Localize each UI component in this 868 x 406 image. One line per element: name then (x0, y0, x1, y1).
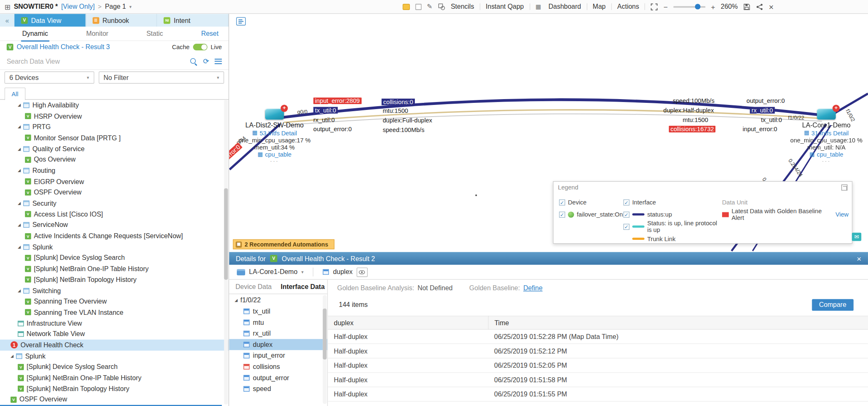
cache-live-toggle[interactable] (193, 44, 208, 50)
subtab-dynamic[interactable]: Dynamic (22, 30, 48, 37)
zoom-in-button[interactable]: + (711, 2, 715, 11)
compare-button[interactable]: Compare (812, 299, 853, 311)
expander-icon[interactable]: ◢ (18, 168, 21, 173)
tree-item[interactable]: ◢Quality of Service (0, 143, 228, 154)
tree-item[interactable]: VSpanning Tree Overview (0, 296, 228, 307)
tree-item[interactable]: V[Splunk] NetBrain One-IP Table History (0, 263, 228, 274)
cpu-table-link[interactable]: ▦cpu_table (258, 151, 291, 158)
scrollbar-thumb[interactable] (224, 188, 228, 279)
checkbox-device[interactable]: ✓ (559, 199, 565, 205)
tree-item[interactable]: VActive Incidents & Change Requests [Ser… (0, 231, 228, 242)
fit-screen-icon[interactable] (651, 3, 658, 10)
device-node-la-core1[interactable]: + LA-Core1-Demo ▦31 Intfs Detail one_min… (779, 109, 868, 164)
tree-item[interactable]: V[Splunk] Device Syslog Search (0, 252, 228, 263)
tree-item[interactable]: VHSRP Overview (0, 111, 228, 122)
tree-item[interactable]: ◢Splunk (0, 242, 228, 252)
link-data-label[interactable]: output_error:0 (747, 97, 785, 104)
interface-group-row[interactable]: ◢ f1/0/22 (229, 294, 327, 306)
checkbox-failover[interactable]: ✓ (559, 212, 565, 218)
metric-item[interactable]: collisions (229, 361, 327, 372)
tree-item[interactable]: V[Splunk] NetBrain One-IP Table History (0, 372, 228, 383)
envelope-icon[interactable]: ✉ (852, 233, 861, 241)
link-data-label[interactable]: tx_util:0 (761, 116, 782, 123)
zoom-out-button[interactable]: − (663, 2, 667, 11)
tree-item[interactable]: VOSPF Overview (0, 187, 228, 198)
result-title[interactable]: Overall Health Check - Result 3 (17, 43, 110, 51)
link-data-label[interactable]: mtu:1500 (683, 116, 708, 123)
tab-data-view[interactable]: VData View (15, 14, 86, 27)
tab-runbook[interactable]: ≣Runbook (86, 14, 157, 27)
scrollbar-thumb[interactable] (323, 309, 326, 359)
device-name[interactable]: LA-Core1-Demo (802, 121, 850, 129)
table-row[interactable]: Half-duplex06/25/2019 01:51:58 PM (328, 373, 868, 387)
window-expand-icon[interactable]: ⊞ (5, 3, 11, 10)
expander-icon[interactable]: ◢ (18, 103, 21, 107)
tree-item[interactable]: V[Splunk] NetBrain Topology History (0, 383, 228, 394)
tree-item[interactable]: VSpanning Tree VLAN Instance (0, 307, 228, 318)
menu-map[interactable]: Map (593, 3, 606, 11)
checkbox-checked-icon[interactable]: ✓ (623, 212, 630, 218)
save-icon[interactable] (743, 3, 750, 10)
tree-item[interactable]: ◢High Availability (0, 100, 228, 110)
expander-icon[interactable]: ◢ (10, 354, 13, 359)
column-header-duplex[interactable]: duplex (328, 316, 488, 329)
sidebar-scrollbar[interactable] (224, 100, 228, 404)
expander-icon[interactable]: ◢ (235, 298, 238, 302)
cpu-table-link[interactable]: ▦cpu_table (809, 151, 843, 158)
checkbox-interface[interactable]: ✓ (623, 199, 630, 205)
status-up-link-line[interactable] (282, 100, 823, 117)
tree-item[interactable]: VEIGRP Overview (0, 176, 228, 187)
shape-icon[interactable] (415, 4, 421, 10)
stencil-shapes-icon[interactable] (438, 3, 445, 10)
link-data-label[interactable]: rx_util:0 (750, 107, 775, 114)
link-data-label[interactable]: duplex:Half-duplex (663, 107, 714, 114)
tree-item[interactable]: V[Splunk] NetBrain Topology History (0, 274, 228, 285)
metrics-scrollbar[interactable] (323, 295, 326, 404)
tab-interface-data[interactable]: Interface Data (278, 280, 327, 294)
checkbox-checked-icon[interactable]: ✓ (623, 224, 630, 230)
device-node-la-dist2[interactable]: + LA-Dist2-SW-Demo ▦53 Intfs Detail one_… (227, 109, 321, 164)
table-row[interactable]: Half-duplex06/25/2019 01:52:28 PM (Map D… (328, 329, 868, 344)
tree-item[interactable]: VOSPF Overview (0, 394, 228, 405)
collapse-sidebar-icon[interactable]: « (0, 14, 15, 27)
expander-icon[interactable]: ◢ (18, 288, 21, 293)
tree-item[interactable]: V[Splunk] Device Syslog Search (0, 361, 228, 372)
share-icon[interactable] (756, 3, 763, 10)
tree-item[interactable]: Network Table View (0, 329, 228, 339)
tree-item[interactable]: Infrastructure View (0, 318, 228, 329)
view-link[interactable]: View (835, 211, 848, 218)
more-dots-icon[interactable]: ··· (822, 158, 831, 164)
intfs-detail-link[interactable]: ▦31 Intfs Detail (804, 130, 848, 136)
link-data-label[interactable]: speed:100Mb/s (383, 126, 424, 133)
tab-device-data[interactable]: Device Data (229, 280, 278, 294)
page-selector[interactable]: Page 1 (105, 3, 126, 11)
link-data-label[interactable]: collisions:0 (381, 99, 415, 105)
menu-dashboard[interactable]: Dashboard (549, 3, 581, 11)
expander-icon[interactable]: ◢ (18, 245, 21, 249)
visibility-button[interactable] (356, 267, 368, 277)
list-options-icon[interactable] (215, 58, 222, 64)
metric-item[interactable]: duplex (229, 339, 327, 350)
expander-icon[interactable]: ◢ (18, 125, 21, 130)
intfs-detail-link[interactable]: ▦53 Intfs Detail (252, 130, 297, 136)
table-row[interactable]: Half-duplex06/25/2019 01:51:55 PM (328, 387, 868, 401)
menu-actions[interactable]: Actions (617, 3, 639, 11)
subtab-static[interactable]: Static (146, 30, 163, 37)
switch-icon[interactable]: + (817, 109, 836, 120)
search-icon[interactable] (190, 57, 198, 65)
metric-item[interactable]: input_error (229, 350, 327, 361)
more-dots-icon[interactable]: ··· (270, 158, 279, 164)
refresh-icon[interactable]: ⟳ (203, 57, 209, 65)
search-input[interactable] (7, 57, 184, 65)
trunk-link-line[interactable] (284, 110, 822, 122)
devices-dropdown[interactable]: 6 Devices▾ (5, 72, 94, 84)
alert-plus-badge[interactable]: + (281, 105, 288, 112)
tree-item[interactable]: ◢ServiceNow (0, 220, 228, 231)
expander-icon[interactable]: ◢ (18, 201, 21, 206)
tree-item[interactable]: ◢Switching (0, 285, 228, 296)
link-data-label[interactable]: speed:100Mb/s (673, 97, 715, 104)
map-layout-icon[interactable] (236, 17, 246, 25)
device-name[interactable]: LA-Dist2-SW-Demo (246, 121, 304, 129)
subtab-monitor[interactable]: Monitor (86, 30, 108, 37)
zoom-slider[interactable] (673, 6, 705, 7)
